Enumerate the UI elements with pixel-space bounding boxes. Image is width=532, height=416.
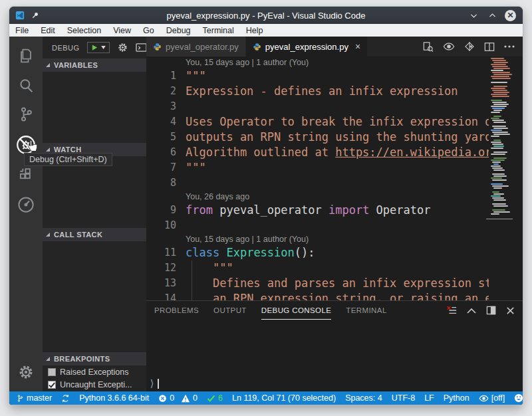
maximize-panel-chevron-icon[interactable] — [467, 308, 476, 314]
code-line-10[interactable]: 10 — [146, 218, 489, 233]
minimap-line — [493, 205, 508, 207]
breakpoints-body: Raised ExceptionsUncaught Excepti... — [43, 365, 146, 391]
encoding-item[interactable]: UTF-8 — [392, 393, 415, 403]
code-editor[interactable]: You, 15 days ago | 1 author (You)1"""2Ex… — [146, 56, 523, 300]
tab-label: pyeval_operator.py — [166, 42, 239, 52]
close-window-icon[interactable]: ✕ — [505, 10, 516, 21]
clear-console-icon[interactable] — [446, 306, 457, 315]
tab-pyeval_operator.py[interactable]: pyeval_operator.py — [146, 37, 246, 56]
minimap-line — [493, 116, 501, 117]
tab-pyeval_expression.py[interactable]: pyeval_expression.py× — [246, 37, 368, 56]
blame-toggle-item[interactable]: [off] — [479, 393, 505, 403]
codelens-annotation[interactable]: You, 26 days ago — [146, 191, 489, 203]
debug-start-button[interactable] — [87, 42, 110, 53]
menu-item-terminal[interactable]: Terminal — [203, 26, 234, 35]
code-line-8[interactable]: 8 — [146, 175, 489, 191]
checkbox-unchecked[interactable] — [48, 368, 56, 376]
breakpoint-row[interactable]: Raised Exceptions — [43, 365, 146, 378]
debug-configure-gear-icon[interactable] — [117, 42, 128, 53]
code-line-5[interactable]: 5outputs an RPN string using the shuntin… — [146, 130, 489, 145]
code-line-6[interactable]: 6Algorithm outlined at https://en.wikipe… — [146, 145, 489, 160]
cursor-position-item[interactable]: Ln 119, Col 71 (70 selected) — [232, 393, 336, 403]
minimap-marker — [486, 219, 513, 219]
code-line-3[interactable]: 3 — [146, 99, 489, 114]
sync-item[interactable] — [61, 394, 70, 403]
code-line-11[interactable]: 11class Expression(): — [146, 245, 489, 260]
toggle-blame-eye-icon[interactable] — [443, 42, 455, 51]
gitlens-compare-icon[interactable] — [464, 41, 475, 52]
code-line-7[interactable]: 7""" — [146, 160, 489, 175]
minimap-line — [493, 152, 507, 153]
minimap-line — [491, 64, 506, 65]
split-editor-icon[interactable] — [484, 42, 495, 52]
menu-item-debug[interactable]: Debug — [166, 26, 191, 35]
code-line-1[interactable]: 1""" — [146, 68, 489, 84]
feedback-smiley-icon[interactable] — [514, 393, 523, 403]
bottom-panel: PROBLEMSOUTPUTDEBUG CONSOLETERMINAL — [146, 300, 523, 391]
code-line-9[interactable]: 9from pyeval_operator import Operator — [146, 203, 489, 218]
code-line-14[interactable]: 14 an RPN expression string, or raising … — [146, 291, 489, 300]
line-number: 12 — [146, 260, 176, 276]
debug-console-input[interactable]: ⟩ — [146, 375, 523, 391]
indentation-item[interactable]: Spaces: 4 — [345, 393, 382, 403]
eol-item[interactable]: LF — [424, 393, 434, 403]
dial-gauge-icon[interactable] — [9, 195, 43, 215]
code-line-13[interactable]: 13 Defines and parses an infix expressio… — [146, 276, 489, 291]
code-text: Uses Operator to break the infix express… — [176, 114, 489, 130]
git-branch-item[interactable]: master — [16, 393, 52, 403]
problems-item[interactable]: 0 0 — [158, 393, 198, 403]
menu-item-file[interactable]: File — [15, 26, 29, 35]
breakpoint-row[interactable]: Uncaught Excepti... — [43, 378, 146, 391]
code-text: an RPN expression string, or raising an … — [176, 291, 489, 300]
section-variables[interactable]: VARIABLES — [43, 58, 146, 72]
settings-gear-icon[interactable] — [9, 364, 43, 381]
search-icon[interactable] — [9, 76, 43, 95]
python-interpreter-item[interactable]: Python 3.6.6 64-bit — [79, 393, 149, 403]
call-stack-body — [43, 241, 146, 352]
checkbox-checked[interactable] — [48, 381, 56, 389]
source-control-icon[interactable] — [9, 105, 43, 124]
panel-tab-debug-console[interactable]: DEBUG CONSOLE — [261, 301, 332, 320]
section-call-stack[interactable]: CALL STACK — [43, 228, 146, 241]
editor-tab-bar: pyeval_operator.pypyeval_expression.py× — [146, 37, 523, 56]
section-arrow-icon — [46, 63, 50, 67]
more-actions-icon[interactable] — [504, 45, 515, 48]
minimap-line — [491, 118, 499, 119]
minimize-icon[interactable] — [467, 9, 479, 21]
language-mode-item[interactable]: Python — [444, 393, 469, 403]
code-text: """ — [176, 160, 206, 175]
maximize-icon[interactable] — [486, 9, 498, 21]
panel-tab-output[interactable]: OUTPUT — [213, 301, 247, 320]
menu-item-help[interactable]: Help — [246, 26, 263, 35]
checks-item[interactable]: 6 — [207, 393, 223, 403]
panel-tab-problems[interactable]: PROBLEMS — [154, 301, 199, 320]
menu-item-go[interactable]: Go — [143, 26, 154, 35]
code-line-4[interactable]: 4Uses Operator to break the infix expres… — [146, 114, 489, 130]
section-breakpoints[interactable]: BREAKPOINTS — [43, 352, 146, 365]
panel-position-icon[interactable] — [486, 306, 496, 315]
menu-item-selection[interactable]: Selection — [67, 26, 101, 35]
minimap[interactable] — [489, 56, 511, 300]
minimap-line — [493, 134, 510, 135]
minimap-line — [492, 167, 503, 169]
close-tab-icon[interactable]: × — [355, 41, 360, 52]
open-debug-console-icon[interactable] — [136, 43, 147, 52]
close-panel-icon[interactable] — [506, 306, 515, 315]
minimap-line — [492, 132, 508, 133]
minimap-line — [492, 203, 506, 205]
menu-item-edit[interactable]: Edit — [41, 26, 55, 35]
codelens-annotation[interactable]: You, 15 days ago | 1 author (You) — [146, 233, 489, 245]
pin-icon[interactable] — [31, 11, 39, 20]
menu-item-view[interactable]: View — [113, 26, 131, 35]
extensions-icon[interactable] — [9, 165, 43, 184]
codelens-annotation[interactable]: You, 15 days ago | 1 author (You) — [146, 56, 489, 68]
minimap-line — [491, 183, 503, 185]
find-in-file-icon[interactable] — [422, 41, 434, 52]
code-line-12[interactable]: 12 """ — [146, 260, 489, 276]
python-file-icon — [253, 43, 261, 51]
line-number: 5 — [146, 130, 176, 145]
code-line-2[interactable]: 2Expression - defines an infix expressio… — [146, 84, 489, 99]
minimap-line — [492, 102, 507, 103]
panel-tab-terminal[interactable]: TERMINAL — [346, 301, 386, 320]
explorer-icon[interactable] — [9, 47, 43, 65]
